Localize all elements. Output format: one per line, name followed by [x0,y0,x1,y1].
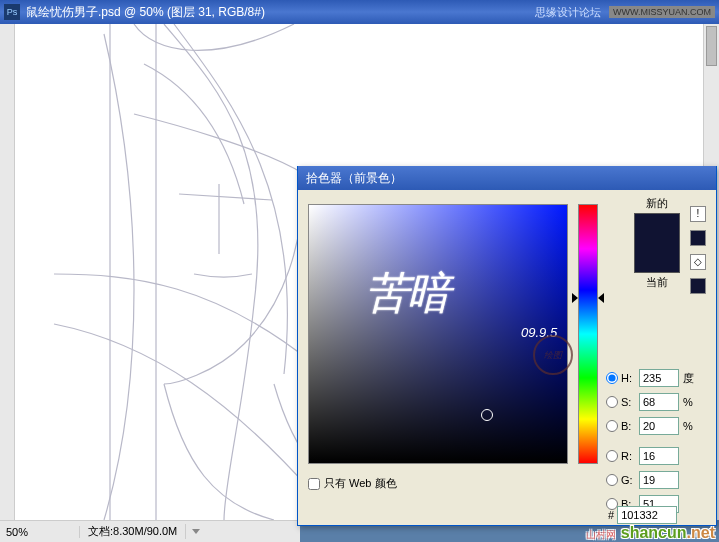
new-color-swatch [635,214,679,243]
forum-url-watermark: WWW.MISSYUAN.COM [609,6,715,18]
artist-signature-overlay: 苦暗 09.9.5 绘图 [365,271,449,315]
red-label: R: [621,450,639,462]
site-watermark-tld: .net [687,524,715,541]
site-watermark: 山村网 shancun.net [586,524,715,542]
brightness-unit: % [683,420,697,432]
photoshop-icon: Ps [4,4,20,20]
brightness-input[interactable] [639,417,679,435]
web-colors-only-checkbox[interactable]: 只有 Web 颜色 [308,476,397,491]
document-size-info: 文档:8.30M/90.0M [80,524,186,539]
site-watermark-tag: 山村网 [586,529,616,540]
statusbar-menu-arrow-icon[interactable] [192,529,200,534]
scrollbar-thumb[interactable] [706,26,717,66]
web-colors-only-input[interactable] [308,478,320,490]
color-picker-dialog: 拾色器（前景色） 苦暗 09.9.5 绘图 新的 当前 ! ◇ [297,166,717,526]
saturation-unit: % [683,396,697,408]
window-titlebar: Ps 鼠绘忧伤男子.psd @ 50% (图层 31, RGB/8#) 思缘设计… [0,0,719,24]
websafe-warning-icon[interactable]: ◇ [690,254,706,270]
color-value-inputs: H: 度 S: % B: % R: [606,368,697,518]
hex-hash-label: # [608,509,614,521]
green-radio[interactable] [606,474,618,486]
signature-date: 09.9.5 [521,325,557,340]
hue-label: H: [621,372,639,384]
color-preview-swatch [634,213,680,273]
document-title: 鼠绘忧伤男子.psd @ 50% (图层 31, RGB/8#) [26,4,535,21]
zoom-level-field[interactable]: 50% [0,526,80,538]
websafe-nearest-swatch[interactable] [690,278,706,294]
current-color-swatch[interactable] [635,243,679,272]
hex-input[interactable] [617,506,677,524]
status-bar: 50% 文档:8.30M/90.0M [0,520,300,542]
saturation-label: S: [621,396,639,408]
gamut-warning-icon[interactable]: ! [690,206,706,222]
hue-slider[interactable] [578,204,598,464]
web-colors-only-label: 只有 Web 颜色 [324,476,397,491]
hue-unit: 度 [683,371,697,386]
hex-row: # [608,506,677,524]
red-input[interactable] [639,447,679,465]
hue-radio[interactable] [606,372,618,384]
brightness-radio[interactable] [606,420,618,432]
site-watermark-brand: shancun [621,524,687,541]
color-field-marker-icon [481,409,493,421]
signature-text: 苦暗 [365,271,449,315]
green-input[interactable] [639,471,679,489]
color-field[interactable]: 苦暗 09.9.5 绘图 [308,204,568,464]
color-picker-titlebar: 拾色器（前景色） [298,166,716,190]
signature-stamp-icon: 绘图 [533,335,573,375]
hue-input[interactable] [639,369,679,387]
saturation-radio[interactable] [606,396,618,408]
saturation-input[interactable] [639,393,679,411]
forum-watermark-text: 思缘设计论坛 [535,5,601,20]
green-label: G: [621,474,639,486]
red-radio[interactable] [606,450,618,462]
brightness-label: B: [621,420,639,432]
gamut-nearest-swatch[interactable] [690,230,706,246]
